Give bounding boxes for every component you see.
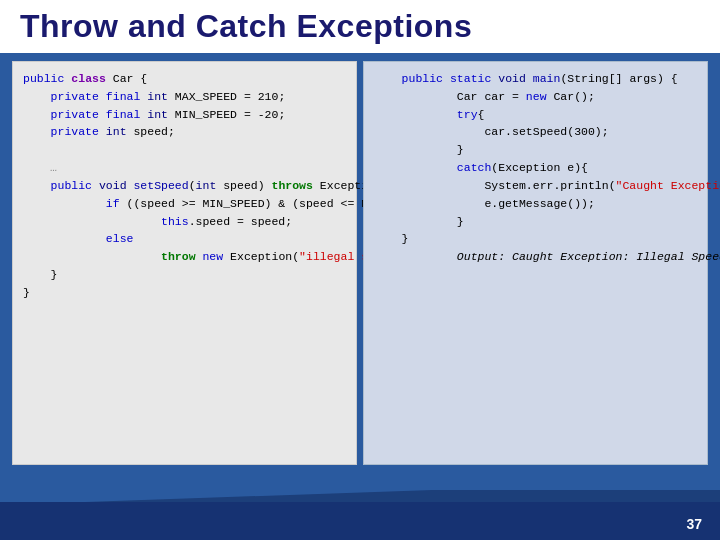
title-bar: Throw and Catch Exceptions (0, 0, 720, 53)
bottom-bar (0, 502, 720, 540)
slide-container: Throw and Catch Exceptions public class … (0, 0, 720, 540)
content-area: public class Car { private final int MAX… (0, 53, 720, 473)
page-number: 37 (686, 516, 702, 532)
code-block-main: public static void main(String[] args) {… (363, 61, 708, 465)
code-block-car-class: public class Car { private final int MAX… (12, 61, 357, 465)
slide-title: Throw and Catch Exceptions (20, 8, 472, 44)
